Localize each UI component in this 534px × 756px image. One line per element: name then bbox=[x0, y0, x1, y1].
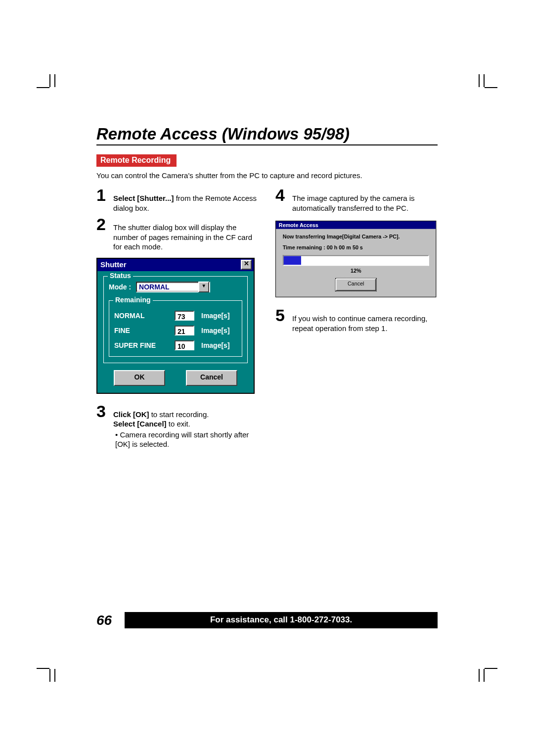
step-2: 2 The shutter dialog box will display th… bbox=[96, 216, 259, 252]
crop-mark bbox=[465, 87, 485, 107]
page-number: 66 bbox=[96, 613, 112, 628]
time-remaining-text: Time remaining : 00 h 00 m 50 s bbox=[283, 244, 429, 250]
remaining-value: 21 bbox=[175, 326, 194, 335]
step-3: 3 Click [OK] to start recording. Select … bbox=[96, 403, 259, 429]
step-number: 5 bbox=[275, 307, 288, 324]
remaining-label: NORMAL bbox=[114, 312, 170, 320]
progress-bar bbox=[283, 255, 429, 266]
crop-mark bbox=[49, 649, 69, 669]
step-text: Click [OK] to start recording. Select [C… bbox=[113, 410, 209, 429]
remaining-label: FINE bbox=[114, 327, 170, 334]
remaining-fieldset: Remaining NORMAL 73 Image[s] FINE 21 Ima… bbox=[109, 300, 242, 357]
manual-page: Remote Access (Windows 95/98) Remote Rec… bbox=[0, 0, 534, 756]
page-title: Remote Access (Windows 95/98) bbox=[96, 125, 438, 143]
intro-text: You can control the Camera's shutter fro… bbox=[96, 171, 438, 181]
remaining-unit: Image[s] bbox=[201, 327, 230, 334]
step-5: 5 If you wish to continue camera recordi… bbox=[275, 307, 438, 333]
cancel-button[interactable]: Cancel bbox=[186, 370, 237, 386]
dialog-body: Now transferring Image[Digital Camera ->… bbox=[276, 229, 436, 297]
columns: 1 Select [Shutter...] from the Remote Ac… bbox=[96, 184, 438, 449]
step-number: 4 bbox=[275, 187, 288, 203]
remaining-unit: Image[s] bbox=[201, 312, 230, 320]
progress-fill bbox=[284, 256, 301, 265]
status-fieldset: Status Mode : NORMAL ▼ Remaining bbox=[103, 276, 248, 363]
step-4: 4 The image captured by the camera is au… bbox=[275, 187, 438, 213]
step-text: The shutter dialog box will display the … bbox=[113, 223, 259, 252]
transfer-text: Now transferring Image[Digital Camera ->… bbox=[283, 234, 429, 240]
remote-access-dialog: Remote Access Now transferring Image[Dig… bbox=[275, 221, 436, 297]
step-3-bullet: • Camera recording will start shortly af… bbox=[115, 430, 259, 449]
mode-row: Mode : NORMAL ▼ bbox=[109, 282, 242, 292]
mode-label: Mode : bbox=[109, 283, 131, 291]
mode-value: NORMAL bbox=[137, 283, 198, 291]
chevron-down-icon[interactable]: ▼ bbox=[198, 282, 209, 292]
close-icon[interactable]: ✕ bbox=[241, 260, 252, 270]
crop-mark bbox=[49, 87, 69, 107]
dialog-titlebar: Shutter ✕ bbox=[97, 259, 254, 271]
remaining-value: 10 bbox=[175, 340, 194, 350]
progress-percent: 12% bbox=[283, 268, 429, 274]
remaining-unit: Image[s] bbox=[201, 341, 230, 349]
cancel-button[interactable]: Cancel bbox=[336, 279, 376, 291]
step-number: 3 bbox=[96, 403, 109, 420]
mode-select[interactable]: NORMAL ▼ bbox=[136, 282, 210, 292]
remaining-row: SUPER FINE 10 Image[s] bbox=[114, 340, 237, 350]
step-number: 1 bbox=[96, 187, 109, 203]
right-column: 4 The image captured by the camera is au… bbox=[275, 184, 438, 449]
title-underline bbox=[96, 144, 438, 145]
assistance-bar: For assistance, call 1-800-272-7033. bbox=[125, 612, 438, 628]
step-text: The image captured by the camera is auto… bbox=[292, 193, 438, 213]
remaining-row: NORMAL 73 Image[s] bbox=[114, 311, 237, 321]
page-footer: 66 For assistance, call 1-800-272-7033. bbox=[96, 612, 438, 628]
dialog-title: Shutter bbox=[100, 260, 127, 269]
step-1: 1 Select [Shutter...] from the Remote Ac… bbox=[96, 187, 259, 213]
shutter-dialog: Shutter ✕ Status Mode : NORMAL ▼ bbox=[96, 258, 255, 394]
dialog-body: Status Mode : NORMAL ▼ Remaining bbox=[97, 271, 254, 393]
dialog-buttons: OK Cancel bbox=[103, 370, 248, 386]
section-heading: Remote Recording bbox=[96, 154, 177, 167]
ok-button[interactable]: OK bbox=[114, 370, 165, 386]
dialog-titlebar: Remote Access bbox=[276, 221, 436, 229]
status-legend: Status bbox=[108, 272, 133, 280]
left-column: 1 Select [Shutter...] from the Remote Ac… bbox=[96, 184, 259, 449]
remaining-row: FINE 21 Image[s] bbox=[114, 326, 237, 335]
dialog-buttons: Cancel bbox=[283, 279, 429, 291]
step-text: Select [Shutter...] from the Remote Acce… bbox=[113, 193, 259, 213]
step-text: If you wish to continue camera recording… bbox=[292, 314, 438, 333]
step-number: 2 bbox=[96, 216, 109, 233]
remaining-legend: Remaining bbox=[113, 296, 153, 304]
crop-mark bbox=[465, 649, 485, 669]
remaining-value: 73 bbox=[175, 311, 194, 321]
remaining-label: SUPER FINE bbox=[114, 341, 170, 349]
page-content: Remote Access (Windows 95/98) Remote Rec… bbox=[96, 125, 438, 449]
